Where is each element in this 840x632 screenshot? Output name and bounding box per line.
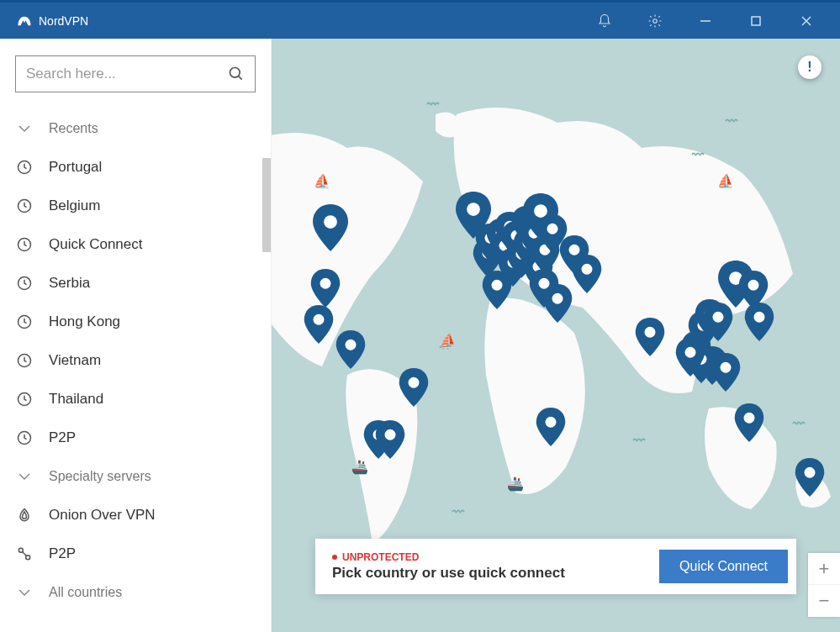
pin-icon	[703, 303, 733, 341]
server-pin[interactable]	[312, 204, 349, 251]
pin-icon	[312, 204, 349, 251]
boat-decoration: ⛵	[314, 173, 330, 189]
server-pin[interactable]	[572, 255, 602, 293]
pin-icon	[335, 330, 366, 369]
list-item-label: P2P	[49, 545, 76, 562]
specialty-item[interactable]: Onion Over VPN	[0, 496, 271, 535]
recent-item[interactable]: P2P	[0, 419, 271, 457]
pin-icon	[795, 458, 825, 497]
specialty-item[interactable]: P2P	[0, 535, 271, 573]
settings-button[interactable]	[630, 2, 680, 40]
notifications-button[interactable]	[579, 2, 630, 40]
recent-item[interactable]: Serbia	[0, 264, 271, 303]
bell-icon	[597, 13, 612, 29]
list-item-label: Vietnam	[49, 352, 101, 369]
clock-icon	[16, 236, 33, 253]
boat-decoration: 🚢	[507, 476, 524, 492]
boat-decoration: ⛵	[717, 173, 734, 189]
server-pin[interactable]	[375, 420, 405, 459]
list-item-label: Belgium	[49, 198, 100, 214]
wave-decoration: 〰	[793, 417, 805, 430]
section-recents[interactable]: Recents	[0, 109, 271, 148]
zoom-in-button[interactable]: +	[808, 553, 840, 585]
search-input[interactable]	[26, 66, 228, 82]
svg-point-47	[645, 327, 656, 338]
wave-decoration: 〰	[427, 97, 439, 111]
section-label: Specialty servers	[49, 469, 151, 484]
svg-point-46	[546, 417, 557, 428]
svg-point-24	[467, 203, 480, 216]
wave-decoration: 〰	[692, 148, 704, 161]
chevron-down-icon	[18, 586, 31, 599]
clock-icon	[16, 198, 33, 214]
pin-icon	[536, 408, 566, 446]
close-button[interactable]	[781, 2, 832, 40]
search-icon	[228, 66, 245, 82]
close-icon	[800, 15, 812, 27]
section-all-countries[interactable]: All countries	[0, 573, 271, 612]
server-pin[interactable]	[711, 353, 741, 392]
minimize-button[interactable]	[680, 2, 731, 40]
chevron-down-icon	[18, 470, 31, 483]
svg-point-56	[748, 280, 759, 291]
clock-icon	[16, 275, 33, 292]
server-pin[interactable]	[399, 368, 429, 407]
server-pin[interactable]	[536, 408, 566, 446]
list-item-label: Portugal	[49, 159, 102, 176]
boat-decoration: 🚢	[351, 459, 368, 475]
recent-item[interactable]: Thailand	[0, 380, 271, 419]
pin-icon	[542, 284, 573, 323]
svg-point-20	[346, 340, 357, 350]
server-pin[interactable]	[675, 338, 705, 377]
recent-item[interactable]: Portugal	[0, 148, 271, 187]
quick-connect-button[interactable]: Quick Connect	[659, 550, 788, 583]
status-bar: UNPROTECTED Pick country or use quick co…	[315, 539, 796, 594]
clock-icon	[16, 391, 33, 408]
recent-item[interactable]: Vietnam	[0, 341, 271, 380]
pin-icon	[375, 420, 405, 459]
svg-point-60	[805, 467, 816, 478]
pin-icon	[744, 303, 774, 341]
clock-icon	[16, 352, 33, 369]
server-pin[interactable]	[744, 303, 774, 341]
wave-decoration: 〰	[726, 114, 737, 128]
server-pin[interactable]	[304, 305, 334, 344]
maximize-icon	[750, 15, 762, 27]
recent-item[interactable]: Quick Connect	[0, 225, 271, 264]
world-map[interactable]: 〰 〰 〰 〰 〰 〰 〰 ⛵ ⛵ ⛵ 🚢 🚢 ! UNPROTECTED Pi…	[272, 39, 840, 632]
svg-rect-2	[752, 17, 760, 25]
recent-item[interactable]: Hong Kong	[0, 303, 271, 341]
maximize-button[interactable]	[731, 2, 781, 40]
svg-line-6	[239, 76, 242, 80]
svg-point-45	[582, 264, 593, 275]
list-item-label: Thailand	[49, 391, 103, 408]
status-dot-icon	[332, 555, 337, 560]
svg-point-19	[314, 314, 325, 325]
svg-point-21	[409, 377, 420, 388]
server-pin[interactable]	[734, 403, 764, 442]
section-specialty[interactable]: Specialty servers	[0, 457, 271, 496]
status-message: Pick country or use quick connect	[332, 565, 565, 582]
svg-point-54	[721, 362, 732, 373]
zoom-out-button[interactable]: −	[808, 585, 840, 617]
server-pin[interactable]	[335, 330, 366, 369]
pin-icon	[310, 269, 341, 308]
server-pin[interactable]	[635, 318, 665, 356]
pin-icon	[734, 403, 764, 442]
svg-point-58	[713, 312, 724, 323]
clock-icon	[16, 159, 33, 176]
pin-icon	[399, 368, 429, 407]
recent-item[interactable]: Belgium	[0, 187, 271, 225]
search-box[interactable]	[15, 55, 256, 92]
server-pin[interactable]	[542, 284, 573, 323]
server-pin[interactable]	[795, 458, 825, 497]
server-pin[interactable]	[310, 269, 341, 308]
svg-point-17	[324, 215, 337, 229]
alert-badge[interactable]: !	[798, 55, 822, 79]
scrollbar-thumb[interactable]	[262, 158, 271, 252]
pin-icon	[635, 318, 665, 356]
server-pin[interactable]	[703, 303, 733, 341]
server-list: Recents PortugalBelgiumQuick ConnectSerb…	[0, 109, 271, 632]
section-label: All countries	[49, 585, 122, 600]
gear-icon	[647, 13, 663, 29]
